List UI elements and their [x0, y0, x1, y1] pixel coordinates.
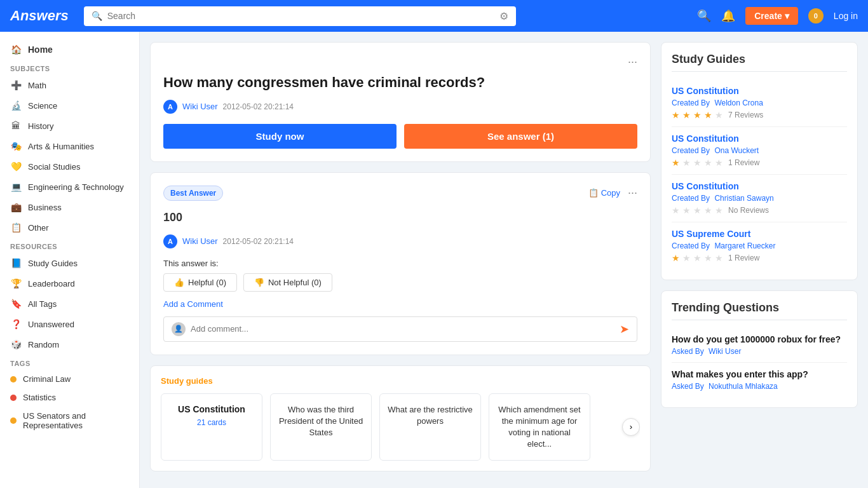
- main-content: ··· How many congressmen have criminal r…: [140, 32, 868, 488]
- business-icon: 💼: [10, 201, 22, 213]
- comment-input-row: 👤 ➤: [163, 316, 637, 342]
- study-guides-panel-title: Study Guides: [672, 53, 847, 72]
- stars-0: ★ ★ ★ ★ ★ 7 Reviews: [672, 110, 847, 120]
- answer-actions: 📋 Copy ···: [588, 186, 637, 200]
- search-icon-header[interactable]: 🔍: [697, 9, 711, 23]
- star-2: ★: [682, 253, 691, 263]
- sidebar-item-arts-humanities[interactable]: 🎭 Arts & Humanities: [0, 136, 139, 156]
- sidebar-item-engineering-technology[interactable]: 💻 Engineering & Technology: [0, 177, 139, 197]
- chevron-down-icon: ▾: [785, 11, 789, 21]
- trending-item-1: What makes you enter this app? Asked By …: [672, 363, 847, 397]
- star-1: ★: [672, 205, 680, 215]
- answer-more-button[interactable]: ···: [628, 186, 637, 200]
- sidebar-item-leaderboard[interactable]: 🏆 Leaderboard: [0, 273, 139, 294]
- sidebar-item-history[interactable]: 🏛 History: [0, 116, 139, 136]
- trending-item-0: How do you get 1000000 robux for free? A…: [672, 328, 847, 363]
- arts-icon: 🎭: [10, 140, 22, 152]
- unanswered-icon: ❓: [10, 318, 22, 330]
- filter-icon[interactable]: ⚙: [499, 10, 508, 22]
- answer-avatar: A: [163, 234, 177, 248]
- star-5: ★: [715, 158, 723, 168]
- star-3: ★: [693, 110, 702, 120]
- helpful-section: This answer is: 👍 Helpful (0) 👎 Not Help…: [163, 259, 637, 292]
- send-comment-button[interactable]: ➤: [620, 322, 629, 336]
- guide-card-0[interactable]: US Constitution 21 cards: [161, 393, 262, 461]
- answer-user-link[interactable]: Wiki User: [182, 236, 218, 246]
- answer-text: 100: [163, 211, 637, 224]
- right-sidebar: Study Guides US Constitution Created By …: [661, 42, 858, 478]
- star-4: ★: [704, 158, 712, 168]
- sidebar-item-science[interactable]: 🔬 Science: [0, 95, 139, 116]
- star-2: ★: [682, 158, 691, 168]
- thumbs-down-icon: 👎: [254, 278, 264, 287]
- trending-panel-title: Trending Questions: [672, 301, 847, 320]
- star-2: ★: [682, 205, 691, 215]
- question-card: ··· How many congressmen have criminal r…: [150, 42, 651, 162]
- logo[interactable]: Answers: [10, 8, 69, 24]
- sidebar-item-math[interactable]: ➕ Math: [0, 75, 139, 95]
- study-guides-section: Study guides US Constitution 21 cards Wh…: [150, 365, 651, 472]
- stars-2: ★ ★ ★ ★ ★ No Reviews: [672, 205, 847, 215]
- copy-icon: 📋: [588, 188, 599, 198]
- answer-meta: A Wiki User 2012-05-02 20:21:14: [163, 234, 637, 248]
- star-3: ★: [693, 158, 702, 168]
- trending-panel: Trending Questions How do you get 100000…: [661, 290, 858, 408]
- study-guides-panel: Study Guides US Constitution Created By …: [661, 42, 858, 280]
- guide-item-2: US Constitution Created By Christian Saw…: [672, 175, 847, 222]
- helpful-label: This answer is:: [163, 259, 637, 268]
- star-3: ★: [693, 205, 702, 215]
- comment-input[interactable]: [191, 324, 614, 334]
- search-input[interactable]: [107, 11, 494, 21]
- social-studies-icon: 💛: [10, 161, 22, 172]
- notifications-icon[interactable]: 🔔: [721, 9, 735, 23]
- study-now-button[interactable]: Study now: [163, 124, 397, 149]
- star-1: ★: [672, 253, 680, 263]
- sidebar-item-statistics[interactable]: Statistics: [0, 388, 139, 407]
- other-icon: 📋: [10, 222, 22, 233]
- sidebar-item-unanswered[interactable]: ❓ Unanswered: [0, 314, 139, 334]
- random-icon: 🎲: [10, 339, 22, 350]
- study-guides-tag: Study guides: [161, 376, 640, 386]
- question-meta: A Wiki User 2012-05-02 20:21:14: [163, 100, 637, 114]
- action-buttons: Study now See answer (1): [163, 124, 637, 149]
- header-right: 🔍 🔔 Create ▾ 0 Log in: [697, 7, 858, 25]
- sidebar-item-random[interactable]: 🎲 Random: [0, 334, 139, 355]
- star-3: ★: [693, 253, 702, 263]
- guide-item-1: US Constitution Created By Ona Wuckert ★…: [672, 127, 847, 175]
- sidebar-item-criminal-law[interactable]: Criminal Law: [0, 370, 139, 388]
- sidebar-item-home[interactable]: 🏠 Home: [0, 39, 139, 60]
- sidebar-item-study-guides[interactable]: 📘 Study Guides: [0, 253, 139, 273]
- more-options-button[interactable]: ···: [628, 55, 637, 69]
- stars-1: ★ ★ ★ ★ ★ 1 Review: [672, 158, 847, 168]
- guides-next-button[interactable]: ›: [622, 418, 640, 436]
- not-helpful-button[interactable]: 👎 Not Helpful (0): [243, 273, 332, 292]
- copy-button[interactable]: 📋 Copy: [588, 188, 620, 198]
- sidebar-item-all-tags[interactable]: 🔖 All Tags: [0, 294, 139, 314]
- guide-created-by-3: Created By Margaret Ruecker: [672, 241, 847, 250]
- guide-card-1[interactable]: Who was the third President of the Unite…: [270, 393, 372, 461]
- guide-card-2[interactable]: What are the restrictive powers: [379, 393, 481, 461]
- sidebar-item-social-studies[interactable]: 💛 Social Studies: [0, 156, 139, 177]
- star-1: ★: [672, 158, 680, 168]
- star-4: ★: [704, 205, 712, 215]
- trending-by-1: Asked By Nokuthula Mhlakaza: [672, 382, 847, 391]
- leaderboard-icon: 🏆: [10, 278, 22, 289]
- login-button[interactable]: Log in: [834, 11, 858, 21]
- star-4: ★: [704, 253, 712, 263]
- add-comment-button[interactable]: Add a Comment: [163, 299, 223, 309]
- create-button[interactable]: Create ▾: [745, 7, 798, 25]
- guides-scroll: US Constitution 21 cards Who was the thi…: [161, 393, 640, 461]
- see-answer-button[interactable]: See answer (1): [404, 124, 637, 149]
- resources-label: Resources: [0, 238, 139, 253]
- guide-card-3[interactable]: Which amendment set the minimum age for …: [489, 393, 590, 461]
- star-5: ★: [715, 205, 723, 215]
- sidebar-item-us-senators[interactable]: US Senators and Representatives: [0, 407, 139, 435]
- sidebar-item-other[interactable]: 📋 Other: [0, 217, 139, 238]
- question-user-link[interactable]: Wiki User: [182, 102, 218, 111]
- user-badge[interactable]: 0: [808, 8, 824, 24]
- sidebar-item-business[interactable]: 💼 Business: [0, 197, 139, 217]
- study-guides-icon: 📘: [10, 257, 22, 269]
- helpful-button[interactable]: 👍 Helpful (0): [163, 273, 237, 292]
- star-5: ★: [715, 253, 723, 263]
- all-tags-icon: 🔖: [10, 298, 22, 309]
